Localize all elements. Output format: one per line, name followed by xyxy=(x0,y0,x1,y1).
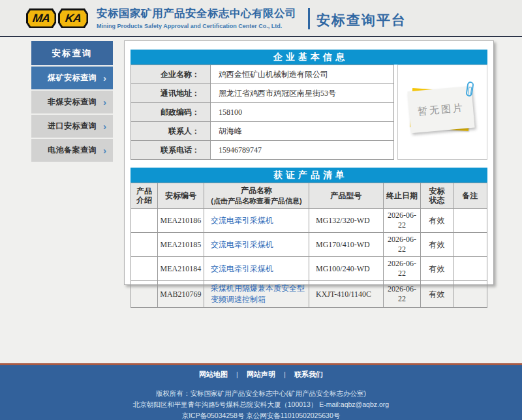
remark-cell xyxy=(453,281,487,308)
product-intro-cell xyxy=(131,209,158,233)
product-row: MEA210185 交流电牵引采煤机 MG170/410-WD 2026-06-… xyxy=(131,233,487,257)
product-intro-cell xyxy=(131,233,158,257)
product-name-cell: 交流电牵引采煤机 xyxy=(204,233,309,257)
product-name-cell: 采煤机用隔爆兼本质安全型变频调速控制箱 xyxy=(204,281,309,308)
cert-number-cell: MAB210769 xyxy=(157,281,204,308)
sidebar-item-label: 煤矿安标查询 xyxy=(48,72,97,83)
chevron-right-icon: › xyxy=(103,96,106,107)
product-list-header: 获证产品清单 xyxy=(130,168,487,183)
logo-ma-text: MA xyxy=(32,12,51,25)
org-title-block: 安标国家矿用产品安全标志中心有限公司 Mining Products Safet… xyxy=(97,7,296,29)
remark-cell xyxy=(453,257,487,281)
sidebar-item-label: 非煤安标查询 xyxy=(48,97,97,108)
company-info-row: 邮政编码： 158100 xyxy=(131,103,394,122)
chevron-right-icon: › xyxy=(103,72,106,83)
sidebar-item-label: 电池备案查询 xyxy=(48,145,97,156)
product-model-cell: KXJT-410/1140C xyxy=(309,281,383,308)
address-line: 北京朝阳区和平里青年沟路5号煤科总院安科大厦（100013） E-mail:aq… xyxy=(0,399,522,410)
info-value: 胡海峰 xyxy=(211,122,394,141)
sidebar-title: 安标查询 xyxy=(31,41,113,65)
col-status: 安标状态 xyxy=(421,183,453,209)
product-table-header-row: 产品介绍 安标编号 产品名称 (点击产品名称查看产品信息) 产品型号 终止日期 … xyxy=(131,183,487,209)
product-name-cell: 交流电牵引采煤机 xyxy=(204,209,309,233)
expiry-date-cell: 2026-06-22 xyxy=(383,257,421,281)
cert-number-cell: MEA210184 xyxy=(157,257,204,281)
status-cell: 有效 xyxy=(421,209,453,233)
page-header: MA KA 安标国家矿用产品安全标志中心有限公司 Mining Products… xyxy=(0,0,522,37)
no-image-card: 暂无图片 xyxy=(408,86,475,133)
col-name: 产品名称 (点击产品名称查看产品信息) xyxy=(204,183,309,209)
expiry-date-cell: 2026-06-22 xyxy=(383,233,421,257)
company-info-row: 通讯地址： 黑龙江省鸡西市鸡冠区南星街53号 xyxy=(131,84,394,103)
footer-copyright: 版权所有：安标国家矿用产品安全标志中心(矿用产品安全标志办公室) 北京朝阳区和平… xyxy=(0,388,522,420)
expiry-date-cell: 2026-06-22 xyxy=(383,281,421,308)
sidebar-item[interactable]: 电池备案查询 › xyxy=(31,139,113,162)
col-cert-no: 安标编号 xyxy=(157,183,204,209)
info-value: 158100 xyxy=(211,103,394,122)
info-label: 通讯地址： xyxy=(131,84,211,103)
cert-number-cell: MEA210185 xyxy=(157,233,204,257)
product-name-link[interactable]: 交流电牵引采煤机 xyxy=(211,264,273,273)
icp-line: 京ICP备05034258号 京公网安备11010502025630号 xyxy=(0,410,522,420)
product-name-link[interactable]: 交流电牵引采煤机 xyxy=(211,240,273,249)
product-name-cell: 交流电牵引采煤机 xyxy=(204,257,309,281)
product-row: MAB210769 采煤机用隔爆兼本质安全型变频调速控制箱 KXJT-410/1… xyxy=(131,281,487,308)
company-info-row: 联系电话： 15946789747 xyxy=(131,141,394,160)
info-value: 鸡西金恒矿山机械制造有限公司 xyxy=(211,65,394,84)
platform-title: 安标查询平台 xyxy=(316,11,407,29)
product-name-link[interactable]: 交流电牵引采煤机 xyxy=(211,216,273,225)
content-panel: 企业基本信息 企业名称： 鸡西金恒矿山机械制造有限公司 通讯地址： 黑龙江省鸡西… xyxy=(124,40,494,285)
info-label: 邮政编码： xyxy=(131,103,211,122)
product-model-cell: MG132/320-WD xyxy=(309,209,383,233)
product-image-box: 暂无图片 xyxy=(397,65,487,160)
logo-badge-ma: MA xyxy=(26,8,56,28)
info-label: 联系电话： xyxy=(131,141,211,160)
expiry-date-cell: 2026-06-22 xyxy=(383,209,421,233)
product-model-cell: MG170/410-WD xyxy=(309,233,383,257)
footer-link-sitemap[interactable]: 网站地图 xyxy=(199,370,228,378)
info-label: 企业名称： xyxy=(131,65,211,84)
product-table: 产品介绍 安标编号 产品名称 (点击产品名称查看产品信息) 产品型号 终止日期 … xyxy=(130,183,487,308)
title-divider xyxy=(308,8,310,29)
footer-link-contact[interactable]: 联系我们 xyxy=(294,370,323,378)
remark-cell xyxy=(453,233,487,257)
paperclip-icon xyxy=(465,81,474,97)
logo-ka-text: KA xyxy=(65,12,82,25)
status-cell: 有效 xyxy=(421,281,453,308)
company-info-row: 企业名称： 鸡西金恒矿山机械制造有限公司 xyxy=(131,65,394,84)
footer-link-statement[interactable]: 网站声明 xyxy=(247,370,275,378)
footer-link-separator: | xyxy=(284,370,286,378)
status-cell: 有效 xyxy=(421,233,453,257)
col-expiry: 终止日期 xyxy=(383,183,421,209)
org-name-cn: 安标国家矿用产品安全标志中心有限公司 xyxy=(97,7,296,21)
chevron-right-icon: › xyxy=(103,144,106,155)
sidebar: 安标查询 煤矿安标查询 › 非煤安标查询 › 进口安标查询 › 电池备案查询 › xyxy=(31,41,113,162)
product-intro-cell xyxy=(131,281,158,308)
logo-badge-ka: KA xyxy=(58,8,88,28)
sidebar-item[interactable]: 煤矿安标查询 › xyxy=(31,67,113,89)
info-value: 15946789747 xyxy=(211,141,394,160)
col-remark: 备注 xyxy=(453,183,487,209)
copyright-line: 版权所有：安标国家矿用产品安全标志中心(矿用产品安全标志办公室) xyxy=(0,388,522,399)
company-info-table: 企业名称： 鸡西金恒矿山机械制造有限公司 通讯地址： 黑龙江省鸡西市鸡冠区南星街… xyxy=(130,65,394,160)
company-info-row: 联系人： 胡海峰 xyxy=(131,122,394,141)
sidebar-items: 煤矿安标查询 › 非煤安标查询 › 进口安标查询 › 电池备案查询 › xyxy=(31,67,113,162)
product-row: MEA210186 交流电牵引采煤机 MG132/320-WD 2026-06-… xyxy=(131,209,487,233)
status-cell: 有效 xyxy=(421,257,453,281)
product-name-link[interactable]: 采煤机用隔爆兼本质安全型变频调速控制箱 xyxy=(211,284,305,304)
remark-cell xyxy=(453,209,487,233)
company-info-header: 企业基本信息 xyxy=(130,50,487,65)
footer-link-separator: | xyxy=(236,370,238,378)
sidebar-item-label: 进口安标查询 xyxy=(48,121,97,132)
footer-links: 网站地图 | 网站声明 | 联系我们 xyxy=(0,365,522,380)
page-footer: 网站地图 | 网站声明 | 联系我们 版权所有：安标国家矿用产品安全标志中心(矿… xyxy=(0,365,522,420)
col-model: 产品型号 xyxy=(309,183,383,209)
info-value: 黑龙江省鸡西市鸡冠区南星街53号 xyxy=(211,84,394,103)
cert-number-cell: MEA210186 xyxy=(157,209,204,233)
sidebar-item[interactable]: 非煤安标查询 › xyxy=(31,91,113,113)
info-label: 联系人： xyxy=(131,122,211,141)
sidebar-item[interactable]: 进口安标查询 › xyxy=(31,115,113,138)
company-info-area: 企业名称： 鸡西金恒矿山机械制造有限公司 通讯地址： 黑龙江省鸡西市鸡冠区南星街… xyxy=(130,65,487,160)
col-intro: 产品介绍 xyxy=(131,183,158,209)
chevron-right-icon: › xyxy=(103,120,106,131)
